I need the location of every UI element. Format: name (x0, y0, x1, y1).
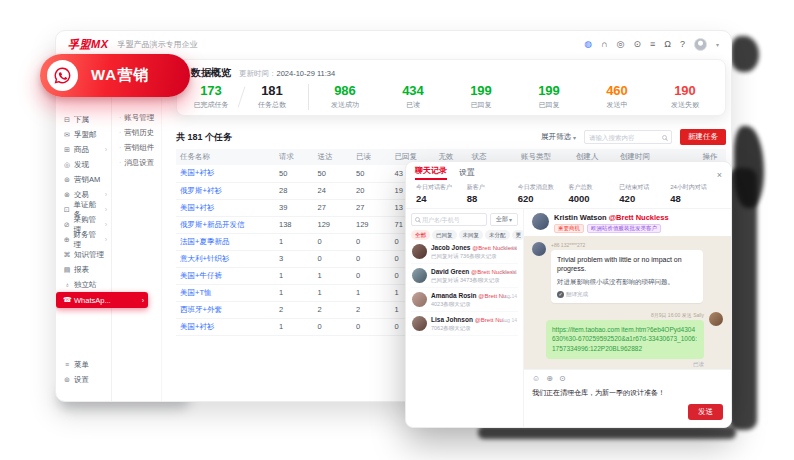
incoming-message: +86 132****272 Trivial problem with litt… (532, 242, 723, 303)
expand-filter-toggle[interactable]: 展开筛选 ▾ (541, 132, 576, 142)
stat-value: 199 (529, 84, 569, 98)
knowledge-icon: ⌘ (63, 251, 71, 259)
task-search-box[interactable] (584, 130, 672, 144)
subordinates-icon: ⊟ (63, 116, 71, 124)
cell-deliver: 0 (314, 318, 353, 335)
task-name-link[interactable]: 美国+衬衫 (176, 318, 275, 335)
stat-label: 已完成任务 (191, 100, 231, 110)
task-name-link[interactable]: 美国+衬衫 (176, 199, 275, 216)
stat-read: 434 已读 (393, 84, 433, 109)
cell-req: 1 (275, 318, 314, 335)
sidebar-item-settings[interactable]: ⊚ 设置 (56, 372, 111, 387)
cell-req: 1 (275, 267, 314, 284)
contact-search-input[interactable] (422, 217, 483, 223)
product-link[interactable]: https://item.taobao.com item.htm?6eb4OPy… (552, 325, 698, 354)
task-name-link[interactable]: 美国+T恤 (176, 284, 275, 301)
stat-label: 已回复 (529, 100, 569, 110)
avatar (412, 244, 427, 259)
submenu-item-accounts[interactable]: · 账号管理 (112, 110, 161, 125)
sidebar-item-menu[interactable]: ≡ 菜单 (56, 357, 111, 372)
sidebar-item-knowledge[interactable]: ⌘ 知识管理 (56, 247, 111, 262)
contact-item[interactable]: Amanda Rosin @Brett Nu... 4023条聊天记录 Aug … (411, 288, 518, 312)
filter-select-value: 全部 (496, 215, 508, 224)
stat-ended-chats: 已结束对话 420 (619, 183, 670, 204)
sidebar-item-reports[interactable]: ▤ 报表 (56, 262, 111, 277)
contact-name: David Green (431, 268, 469, 275)
sidebar-item-whatsapp[interactable]: ☎ WhatsAp... › (56, 292, 148, 308)
target-icon[interactable]: ◎ (617, 40, 625, 49)
contact-desc: 4023条聊天记录 (431, 301, 517, 308)
tab-settings[interactable]: 设置 (459, 167, 475, 180)
cell-deliver: 24 (314, 182, 353, 199)
sidebar-item-label: 下属 (74, 115, 89, 125)
task-name-link[interactable]: 俄罗斯+衬衫 (176, 182, 275, 199)
sidebar-footer: ≡ 菜单 ⊚ 设置 (56, 357, 111, 401)
chip-replied[interactable]: 已回复 (432, 230, 457, 240)
avatar (709, 312, 723, 326)
chip-unassigned[interactable]: 未分配 (485, 230, 510, 240)
stat-value: 48 (670, 193, 721, 204)
task-name-link[interactable]: 西班牙+外套 (176, 301, 275, 318)
sidebar-item-finance[interactable]: ⊕ 财务管理 › (56, 232, 111, 247)
headset-icon[interactable]: ∩ (601, 40, 607, 49)
cell-deliver: 0 (314, 233, 353, 250)
task-name-link[interactable]: 俄罗斯+新品开发信 (176, 216, 275, 233)
stat-label: 发送成功 (325, 100, 365, 110)
task-search-input[interactable] (589, 134, 659, 141)
chip-more[interactable]: 更 (512, 230, 526, 240)
task-name-link[interactable]: 法国+夏季新品 (176, 233, 275, 250)
stat-label: 24小时内对话 (670, 183, 721, 192)
contact-search-box[interactable] (411, 213, 487, 226)
close-icon[interactable]: × (717, 171, 722, 180)
submenu-item-components[interactable]: · 营销组件 (112, 140, 161, 155)
stat-label: 客户总数 (568, 183, 619, 192)
task-name-link[interactable]: 美国+衬衫 (176, 165, 275, 182)
sidebar-item-subordinates[interactable]: ⊟ 下属 (56, 112, 111, 127)
submenu-item-label: 营销组件 (124, 143, 154, 153)
contact-item[interactable]: Lisa Johnson @Brett Nu... 7062条聊天记录 Aug … (411, 312, 518, 336)
cell-read: 0 (352, 233, 391, 250)
attachment-icon[interactable]: ⊕ (546, 375, 553, 383)
sidebar-item-independent-site[interactable]: ♁ 独立站 (56, 277, 111, 292)
sidebar-item-mail[interactable]: ✉ 孚盟邮 (56, 127, 111, 142)
submenu-item-label: 消息设置 (124, 158, 154, 168)
cell-req: 28 (275, 182, 314, 199)
submenu-item-history[interactable]: · 营销历史 (112, 125, 161, 140)
wa-marketing-badge: WA营销 (40, 54, 190, 97)
help-icon[interactable]: ? (680, 40, 685, 49)
chip-unreplied[interactable]: 未回复 (459, 230, 484, 240)
more-icon[interactable]: ⊙ (559, 375, 566, 383)
emoji-icon[interactable]: ☺ (532, 375, 540, 383)
history-icon[interactable]: ⊙ (633, 40, 641, 49)
submenu-item-message-settings[interactable]: · 消息设置 (112, 155, 161, 170)
updated-label: 更新时间： (239, 69, 277, 78)
user-menu-chevron-icon[interactable]: ▾ (716, 41, 719, 48)
sidebar-item-label: 交易 (74, 190, 89, 200)
contact-item[interactable]: Jacob Jones @Brett Nuckless 已回复对话 736条聊天… (411, 240, 518, 264)
sidebar-item-products[interactable]: ⊞ 商品 › (56, 142, 111, 157)
sidebar-item-marketing-am[interactable]: ⊛ 营销AM (56, 172, 111, 187)
sidebar-item-discover[interactable]: ◎ 发现 (56, 157, 111, 172)
sidebar-rail: ⊟ 下属 ✉ 孚盟邮 ⊞ 商品 › ◎ 发现 ⊛ 营销A (56, 57, 112, 401)
stat-send-success: 986 发送成功 (325, 84, 365, 109)
new-task-button[interactable]: 新建任务 (680, 129, 726, 145)
user-avatar[interactable] (694, 38, 707, 51)
chip-all[interactable]: 全部 (411, 230, 430, 240)
chevron-right-icon: › (105, 146, 107, 153)
composer-input[interactable]: 我们正在清理仓库，为新一季的设计准备！ (532, 388, 723, 398)
sidebar-item-label: 营销AM (74, 175, 100, 185)
workflow-icon[interactable]: ≡ (650, 40, 655, 49)
bell-icon[interactable]: Ω (664, 40, 671, 49)
contact-filter-select[interactable]: 全部 ▾ (490, 213, 518, 226)
message-icon[interactable]: ◍ (584, 40, 592, 49)
send-button[interactable]: 发送 (688, 404, 723, 420)
overview-updated: 更新时间：2024-10-29 11:34 (239, 69, 335, 79)
task-name-link[interactable]: 美国+牛仔裤 (176, 267, 275, 284)
contact-item[interactable]: David Green @Brett Nuckless 已回复对话 3473条聊… (411, 264, 518, 288)
whatsapp-submenu: · 账号管理 · 营销历史 · 营销组件 · 消息设置 (112, 57, 162, 401)
tab-chat-records[interactable]: 聊天记录 (415, 165, 447, 180)
stat-today-chat-customers: 今日对话客户 24 (416, 183, 467, 204)
products-icon: ⊞ (63, 146, 71, 154)
task-name-link[interactable]: 意大利+针织衫 (176, 250, 275, 267)
stat-label: 任务总数 (252, 100, 292, 110)
